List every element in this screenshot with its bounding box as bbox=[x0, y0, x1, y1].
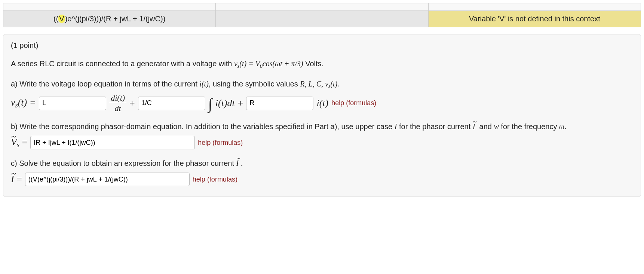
problem-panel: (1 point) A series RLC circuit is connec… bbox=[3, 34, 641, 197]
problem-intro: A series RLC circuit is connected to a g… bbox=[11, 58, 633, 70]
di-dt-fraction: di(t) dt bbox=[109, 94, 126, 113]
integral-icon: ∫ bbox=[208, 100, 212, 109]
col-entered-header bbox=[3, 3, 216, 11]
part-c-equation: I = help (formulas) bbox=[11, 173, 633, 186]
part-c-blank[interactable] bbox=[25, 173, 190, 186]
part-a-help-link[interactable]: help (formulas) bbox=[331, 99, 376, 107]
entered-suffix: )e^(j(pi/3)))/(R + jwL + 1/(jwC)) bbox=[65, 15, 166, 23]
answer-feedback-table: ((V)e^(j(pi/3)))/(R + jwL + 1/(jwC)) Var… bbox=[3, 3, 641, 27]
part-a-blank-3[interactable] bbox=[246, 97, 313, 110]
entered-prefix: (( bbox=[53, 15, 58, 23]
i-phasor-lhs: I = bbox=[11, 174, 22, 185]
vs-t-lhs: vs(t) = bbox=[11, 97, 36, 109]
answer-result-cell: Variable 'V' is not defined in this cont… bbox=[428, 11, 641, 27]
part-c-prompt: c) Solve the equation to obtain an expre… bbox=[11, 158, 633, 169]
part-a-equation: vs(t) = di(t) dt + ∫ i(t)dt + i(t) help … bbox=[11, 94, 633, 113]
col-preview-header bbox=[216, 3, 428, 11]
points-label: (1 point) bbox=[11, 41, 633, 50]
entered-answer-cell: ((V)e^(j(pi/3)))/(R + jwL + 1/(jwC)) bbox=[3, 11, 216, 27]
part-b-equation: Vs = help (formulas) bbox=[11, 136, 633, 149]
part-c-help-link[interactable]: help (formulas) bbox=[193, 176, 237, 183]
part-a-prompt: a) Write the voltage loop equation in te… bbox=[11, 78, 633, 90]
part-a-blank-1[interactable] bbox=[39, 97, 106, 110]
entered-error-highlight: V bbox=[58, 15, 65, 23]
part-b-help-link[interactable]: help (formulas) bbox=[198, 139, 243, 147]
part-a-blank-2[interactable] bbox=[138, 97, 205, 110]
part-b-prompt: b) Write the corresponding phasor-domain… bbox=[11, 121, 633, 132]
col-result-header bbox=[428, 3, 641, 11]
vs-phasor-lhs: Vs = bbox=[11, 137, 27, 149]
part-b-blank[interactable] bbox=[30, 136, 195, 149]
answer-preview-cell bbox=[216, 11, 428, 27]
